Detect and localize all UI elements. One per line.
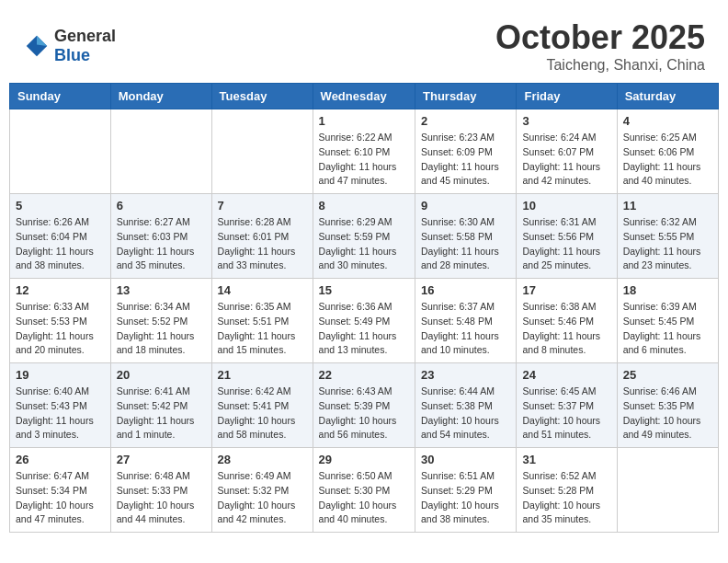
day-info: Sunrise: 6:45 AM Sunset: 5:37 PM Dayligh…	[522, 385, 610, 442]
day-number: 25	[623, 368, 712, 382]
day-info: Sunrise: 6:30 AM Sunset: 5:58 PM Dayligh…	[421, 215, 510, 273]
day-number: 11	[623, 199, 712, 213]
day-cell: 5Sunrise: 6:26 AM Sunset: 6:04 PM Daylig…	[10, 194, 111, 279]
svg-marker-1	[37, 36, 47, 46]
day-cell: 14Sunrise: 6:35 AM Sunset: 5:51 PM Dayli…	[211, 279, 313, 363]
day-number: 5	[16, 199, 105, 213]
day-cell: 19Sunrise: 6:40 AM Sunset: 5:43 PM Dayli…	[10, 363, 111, 448]
day-cell: 12Sunrise: 6:33 AM Sunset: 5:53 PM Dayli…	[10, 279, 111, 363]
day-number: 30	[421, 453, 510, 466]
week-row-1: 5Sunrise: 6:26 AM Sunset: 6:04 PM Daylig…	[10, 194, 719, 279]
day-number: 17	[522, 283, 610, 297]
day-cell: 24Sunrise: 6:45 AM Sunset: 5:37 PM Dayli…	[517, 363, 617, 448]
day-info: Sunrise: 6:39 AM Sunset: 5:45 PM Dayligh…	[623, 300, 712, 358]
day-number: 7	[218, 199, 307, 213]
day-cell: 8Sunrise: 6:29 AM Sunset: 5:59 PM Daylig…	[313, 194, 415, 279]
day-cell: 21Sunrise: 6:42 AM Sunset: 5:41 PM Dayli…	[211, 363, 313, 448]
title-block: October 2025 Taicheng, Shanxi, China	[495, 18, 705, 74]
day-info: Sunrise: 6:38 AM Sunset: 5:46 PM Dayligh…	[522, 300, 610, 358]
day-cell: 7Sunrise: 6:28 AM Sunset: 6:01 PM Daylig…	[211, 194, 313, 279]
day-cell: 22Sunrise: 6:43 AM Sunset: 5:39 PM Dayli…	[313, 363, 415, 448]
day-info: Sunrise: 6:23 AM Sunset: 6:09 PM Dayligh…	[421, 131, 510, 189]
logo-text: General Blue	[54, 27, 116, 65]
day-cell: 10Sunrise: 6:31 AM Sunset: 5:56 PM Dayli…	[517, 194, 617, 279]
day-number: 22	[319, 368, 409, 382]
day-number: 15	[319, 283, 409, 297]
day-cell: 31Sunrise: 6:52 AM Sunset: 5:28 PM Dayli…	[517, 448, 617, 533]
day-number: 9	[421, 199, 510, 213]
day-info: Sunrise: 6:46 AM Sunset: 5:35 PM Dayligh…	[623, 385, 712, 442]
day-cell: 25Sunrise: 6:46 AM Sunset: 5:35 PM Dayli…	[617, 363, 718, 448]
week-row-3: 19Sunrise: 6:40 AM Sunset: 5:43 PM Dayli…	[10, 363, 719, 448]
day-info: Sunrise: 6:50 AM Sunset: 5:30 PM Dayligh…	[319, 469, 409, 527]
weekday-header-row: SundayMondayTuesdayWednesdayThursdayFrid…	[10, 84, 719, 109]
day-info: Sunrise: 6:52 AM Sunset: 5:28 PM Dayligh…	[522, 469, 610, 527]
day-info: Sunrise: 6:37 AM Sunset: 5:48 PM Dayligh…	[421, 300, 510, 358]
day-info: Sunrise: 6:47 AM Sunset: 5:34 PM Dayligh…	[16, 469, 105, 527]
day-info: Sunrise: 6:32 AM Sunset: 5:55 PM Dayligh…	[623, 215, 712, 273]
day-info: Sunrise: 6:33 AM Sunset: 5:53 PM Dayligh…	[16, 300, 105, 358]
day-cell: 6Sunrise: 6:27 AM Sunset: 6:03 PM Daylig…	[110, 194, 211, 279]
month-title: October 2025	[495, 18, 705, 57]
day-number: 13	[117, 283, 206, 297]
day-number: 19	[16, 368, 105, 382]
weekday-header-thursday: Thursday	[415, 84, 517, 109]
location: Taicheng, Shanxi, China	[495, 57, 705, 74]
day-number: 18	[623, 283, 712, 297]
day-cell: 18Sunrise: 6:39 AM Sunset: 5:45 PM Dayli…	[617, 279, 718, 363]
day-cell: 17Sunrise: 6:38 AM Sunset: 5:46 PM Dayli…	[517, 279, 617, 363]
weekday-header-saturday: Saturday	[617, 84, 718, 109]
day-number: 16	[421, 283, 510, 297]
day-cell: 2Sunrise: 6:23 AM Sunset: 6:09 PM Daylig…	[415, 109, 517, 194]
day-info: Sunrise: 6:48 AM Sunset: 5:33 PM Dayligh…	[117, 469, 206, 527]
day-cell: 20Sunrise: 6:41 AM Sunset: 5:42 PM Dayli…	[110, 363, 211, 448]
weekday-header-monday: Monday	[110, 84, 211, 109]
logo-general: General	[54, 27, 116, 46]
logo: General Blue	[23, 27, 116, 65]
day-cell: 9Sunrise: 6:30 AM Sunset: 5:58 PM Daylig…	[415, 194, 517, 279]
day-number: 29	[319, 453, 409, 466]
day-cell	[211, 109, 313, 194]
day-number: 26	[16, 453, 105, 466]
day-cell: 3Sunrise: 6:24 AM Sunset: 6:07 PM Daylig…	[517, 109, 617, 194]
weekday-header-wednesday: Wednesday	[313, 84, 415, 109]
day-number: 6	[117, 199, 206, 213]
day-info: Sunrise: 6:28 AM Sunset: 6:01 PM Dayligh…	[218, 215, 307, 273]
day-number: 23	[421, 368, 510, 382]
day-number: 8	[319, 199, 409, 213]
day-info: Sunrise: 6:24 AM Sunset: 6:07 PM Dayligh…	[522, 131, 610, 189]
day-number: 27	[117, 453, 206, 466]
day-cell: 30Sunrise: 6:51 AM Sunset: 5:29 PM Dayli…	[415, 448, 517, 533]
day-cell: 13Sunrise: 6:34 AM Sunset: 5:52 PM Dayli…	[110, 279, 211, 363]
week-row-4: 26Sunrise: 6:47 AM Sunset: 5:34 PM Dayli…	[10, 448, 719, 533]
day-info: Sunrise: 6:31 AM Sunset: 5:56 PM Dayligh…	[522, 215, 610, 273]
logo-blue: Blue	[54, 46, 116, 65]
day-cell: 27Sunrise: 6:48 AM Sunset: 5:33 PM Dayli…	[110, 448, 211, 533]
day-cell	[617, 448, 718, 533]
day-number: 28	[218, 453, 307, 466]
day-number: 1	[319, 114, 409, 128]
day-number: 10	[522, 199, 610, 213]
day-info: Sunrise: 6:40 AM Sunset: 5:43 PM Dayligh…	[16, 385, 105, 442]
day-cell: 11Sunrise: 6:32 AM Sunset: 5:55 PM Dayli…	[617, 194, 718, 279]
day-cell	[10, 109, 111, 194]
weekday-header-sunday: Sunday	[10, 84, 111, 109]
day-info: Sunrise: 6:51 AM Sunset: 5:29 PM Dayligh…	[421, 469, 510, 527]
day-number: 12	[16, 283, 105, 297]
day-number: 3	[522, 114, 610, 128]
day-info: Sunrise: 6:42 AM Sunset: 5:41 PM Dayligh…	[218, 385, 307, 442]
day-number: 20	[117, 368, 206, 382]
day-cell: 1Sunrise: 6:22 AM Sunset: 6:10 PM Daylig…	[313, 109, 415, 194]
day-cell: 4Sunrise: 6:25 AM Sunset: 6:06 PM Daylig…	[617, 109, 718, 194]
day-info: Sunrise: 6:44 AM Sunset: 5:38 PM Dayligh…	[421, 385, 510, 442]
day-info: Sunrise: 6:49 AM Sunset: 5:32 PM Dayligh…	[218, 469, 307, 527]
day-number: 21	[218, 368, 307, 382]
day-info: Sunrise: 6:41 AM Sunset: 5:42 PM Dayligh…	[117, 385, 206, 442]
week-row-0: 1Sunrise: 6:22 AM Sunset: 6:10 PM Daylig…	[10, 109, 719, 194]
logo-icon	[23, 32, 51, 60]
day-info: Sunrise: 6:22 AM Sunset: 6:10 PM Dayligh…	[319, 131, 409, 189]
week-row-2: 12Sunrise: 6:33 AM Sunset: 5:53 PM Dayli…	[10, 279, 719, 363]
day-number: 2	[421, 114, 510, 128]
day-info: Sunrise: 6:25 AM Sunset: 6:06 PM Dayligh…	[623, 131, 712, 189]
day-cell: 23Sunrise: 6:44 AM Sunset: 5:38 PM Dayli…	[415, 363, 517, 448]
